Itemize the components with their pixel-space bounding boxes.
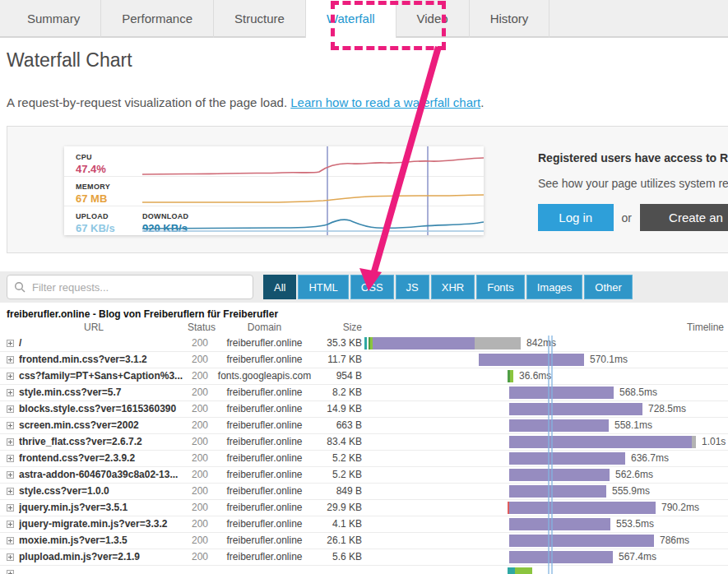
table-row[interactable]: style.css?ver=1.0.0200freiberufler.onlin… (0, 484, 728, 500)
request-domain: fonts.googleapis.com (212, 368, 317, 384)
filter-button-other[interactable]: Other (584, 275, 633, 299)
request-domain: freiberufler.online (212, 352, 317, 368)
timeline-cursor-line (551, 336, 553, 574)
timeline-bar: 1.01s (364, 434, 728, 450)
cpu-line (142, 158, 484, 174)
timeline-label: 567.4ms (619, 549, 656, 565)
timeline-segment (509, 436, 692, 448)
request-size: 5.2 KB (317, 467, 362, 483)
filter-button-images[interactable]: Images (526, 275, 583, 299)
request-url: style.css?ver=1.0.0 (19, 484, 185, 499)
request-url: jquery.min.js?ver=3.5.1 (19, 500, 185, 516)
system-usage-graph (142, 146, 484, 235)
table-row[interactable]: screen.min.css?ver=2002200freiberufler.o… (0, 418, 728, 434)
table-row[interactable]: moxie.min.js?ver=1.3.5200freiberufler.on… (0, 533, 728, 549)
filter-button-fonts[interactable]: Fonts (476, 275, 525, 299)
expand-icon[interactable] (7, 455, 14, 462)
timeline-cursor-line (548, 336, 549, 574)
filter-button-js[interactable]: JS (396, 275, 429, 299)
timeline-segment (692, 436, 696, 448)
filter-search-box[interactable] (7, 275, 253, 299)
filter-button-css[interactable]: CSS (350, 275, 394, 299)
request-status: 200 (188, 434, 212, 450)
expand-icon[interactable] (7, 488, 14, 495)
table-row[interactable]: jquery-migrate.min.js?ver=3.3.2200freibe… (0, 516, 728, 533)
timeline-label: 636.7ms (631, 451, 669, 466)
memory-value: 67 MB (76, 192, 107, 205)
request-url: frontend.min.css?ver=3.1.2 (19, 352, 185, 368)
table-row[interactable]: style.min.css?ver=5.7200freiberufler.onl… (0, 385, 728, 401)
timeline-bar: 555.9ms (364, 484, 728, 499)
tab-performance[interactable]: Performance (101, 0, 214, 38)
table-row[interactable]: jquery.min.js?ver=3.5.1200freiberufler.o… (0, 500, 728, 516)
timeline-segment (509, 387, 614, 399)
upload-label: UPLOAD (76, 212, 109, 220)
timeline-label: 728.5ms (648, 401, 686, 417)
expand-icon[interactable] (7, 438, 14, 446)
promo-subtext: See how your page utilizes system re (538, 177, 728, 190)
request-status: 200 (188, 500, 212, 516)
request-status: 200 (188, 549, 212, 565)
request-size: 83.4 KB (317, 434, 362, 450)
expand-icon[interactable] (7, 356, 14, 363)
timeline-segment (509, 502, 656, 514)
table-row[interactable]: css?family=PT+Sans+Caption%3...200fonts.… (0, 368, 728, 385)
table-row[interactable]: frontend.min.css?ver=3.1.2200freiberufle… (0, 352, 728, 368)
request-url: style.min.css?ver=5.7 (19, 385, 185, 400)
expand-icon[interactable] (7, 405, 14, 413)
table-row[interactable]: /200freiberufler.online35.3 KB842ms (0, 336, 728, 352)
timeline-segment (509, 452, 625, 465)
expand-icon[interactable] (7, 537, 14, 544)
expand-icon[interactable] (7, 570, 14, 574)
column-header-size: Size (317, 321, 362, 335)
table-row[interactable] (0, 566, 728, 574)
or-text: or (622, 211, 632, 225)
timeline-label: 555.9ms (612, 484, 650, 499)
request-url: moxie.min.js?ver=1.3.5 (19, 533, 185, 549)
timeline-segment (509, 403, 642, 415)
timeline-bar: 636.7ms (364, 451, 728, 466)
tab-structure[interactable]: Structure (214, 0, 306, 38)
expand-icon[interactable] (7, 373, 14, 380)
request-url: jquery-migrate.min.js?ver=3.3.2 (19, 516, 185, 532)
table-row[interactable]: plupload.min.js?ver=2.1.9200freiberufler… (0, 549, 728, 566)
filter-requests-input[interactable] (30, 280, 246, 294)
expand-icon[interactable] (7, 553, 14, 561)
expand-icon[interactable] (7, 340, 14, 347)
table-row[interactable]: frontend.css?ver=2.3.9.2200freiberufler.… (0, 451, 728, 467)
waterfall-help-link[interactable]: Learn how to read a waterfall chart (290, 95, 480, 109)
timeline-label: 558.1ms (614, 418, 652, 433)
timeline-label: 786ms (660, 533, 689, 549)
filter-button-html[interactable]: HTML (298, 275, 348, 299)
request-url: astra-addon-604670a39c8a02-13... (19, 467, 185, 483)
request-size: 954 B (317, 368, 362, 384)
request-url: frontend.css?ver=2.3.9.2 (19, 451, 185, 466)
tab-summary[interactable]: Summary (7, 0, 101, 38)
request-domain: freiberufler.online (212, 434, 317, 450)
column-header-domain: Domain (212, 321, 317, 335)
expand-icon[interactable] (7, 504, 14, 512)
log-in-button[interactable]: Log in (538, 204, 614, 231)
timeline-segment (373, 337, 475, 349)
request-url (19, 566, 185, 574)
filter-button-xhr[interactable]: XHR (431, 275, 475, 299)
tab-history[interactable]: History (470, 0, 550, 38)
expand-icon[interactable] (7, 422, 14, 429)
request-size: 29.9 KB (317, 500, 362, 516)
waterfall-tab-highlight-box (331, 1, 446, 50)
request-domain: freiberufler.online (212, 500, 317, 516)
table-row[interactable]: astra-addon-604670a39c8a02-13...200freib… (0, 467, 728, 484)
request-size: 26.1 KB (317, 533, 362, 549)
request-status: 200 (188, 368, 212, 384)
expand-icon[interactable] (7, 389, 14, 396)
request-url: css?family=PT+Sans+Caption%3... (19, 368, 185, 384)
table-row[interactable]: blocks.style.css?ver=1615360390200freibe… (0, 401, 728, 418)
table-row[interactable]: thrive_flat.css?ver=2.6.7.2200freiberufl… (0, 434, 728, 451)
expand-icon[interactable] (7, 471, 14, 479)
request-status: 200 (188, 516, 212, 532)
timeline-bar: 842ms (364, 336, 728, 351)
filter-button-all[interactable]: All (263, 275, 296, 299)
timeline-label: 570.1ms (590, 352, 628, 368)
create-account-button[interactable]: Create an (640, 204, 728, 231)
expand-icon[interactable] (7, 521, 14, 528)
